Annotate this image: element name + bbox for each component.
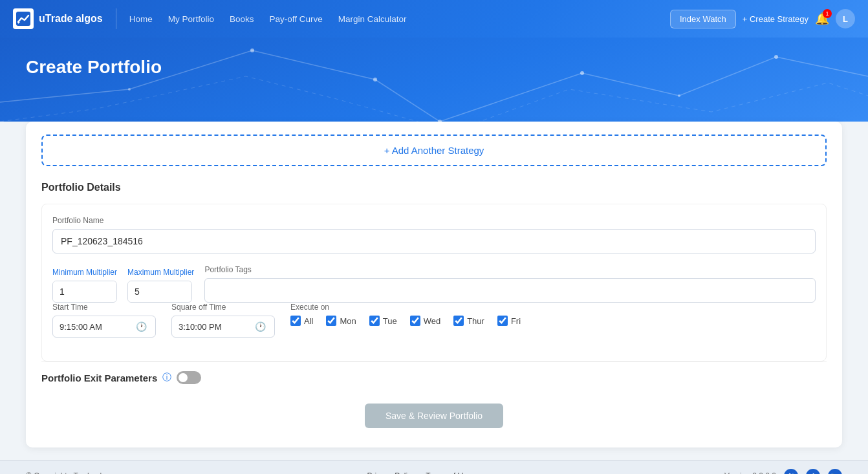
day-wed-checkbox[interactable] xyxy=(410,316,420,326)
footer-links: Privacy Policy Terms of Use xyxy=(367,471,472,474)
start-time-label: Start Time xyxy=(52,303,156,312)
max-multiplier-label: Maximum Multiplier xyxy=(127,268,194,277)
svg-point-7 xyxy=(128,88,131,91)
max-multiplier-input[interactable] xyxy=(128,281,192,302)
nav-payoff-curve[interactable]: Pay-off Curve xyxy=(270,14,323,24)
notification-badge: 1 xyxy=(823,9,832,18)
day-all-checkbox[interactable] xyxy=(290,316,301,326)
day-thur-label: Thur xyxy=(467,316,484,326)
create-strategy-button[interactable]: + Create Strategy xyxy=(743,14,808,24)
square-off-time-group: Square off Time 🕐 xyxy=(171,303,275,338)
day-wed: Wed xyxy=(410,316,441,326)
svg-point-8 xyxy=(678,94,680,97)
day-thur-checkbox[interactable] xyxy=(453,316,464,326)
footer: © Copyright uTrade algos Privacy Policy … xyxy=(0,460,868,474)
version-text: Version 3.0.0.0 xyxy=(724,471,776,474)
portfolio-tags-label: Portfolio Tags xyxy=(204,265,816,274)
timing-row: Start Time 🕐 Square off Time 🕐 Execute o… xyxy=(52,303,816,338)
square-off-clock-icon: 🕐 xyxy=(255,321,266,332)
logo-text: uTrade algos xyxy=(39,13,103,25)
max-multiplier-group: Maximum Multiplier ▲ ▼ xyxy=(127,268,194,303)
day-all-label: All xyxy=(304,316,313,326)
max-multiplier-stepper: ▲ ▼ xyxy=(127,281,192,303)
avatar[interactable]: L xyxy=(836,9,855,28)
logo-icon xyxy=(13,8,34,29)
portfolio-name-input[interactable] xyxy=(52,229,816,253)
nav-home[interactable]: Home xyxy=(129,14,153,24)
exit-params-toggle[interactable] xyxy=(177,371,201,384)
start-time-group: Start Time 🕐 xyxy=(52,303,156,338)
day-mon-label: Mon xyxy=(340,316,356,326)
day-fri-label: Fri xyxy=(511,316,521,326)
portfolio-tags-group: Portfolio Tags xyxy=(204,265,816,303)
svg-point-2 xyxy=(250,48,254,52)
footer-copyright: © Copyright uTrade algos xyxy=(26,471,114,474)
min-multiplier-input[interactable] xyxy=(53,281,117,302)
start-time-clock-icon: 🕐 xyxy=(136,321,147,332)
navbar-right: Index Watch + Create Strategy 🔔 1 L xyxy=(670,9,855,28)
multiplier-tags-row: Minimum Multiplier ▲ ▼ Maximum Multiplie… xyxy=(52,265,816,303)
portfolio-tags-input[interactable] xyxy=(204,278,816,303)
instagram-icon[interactable]: 📷 xyxy=(828,469,842,474)
day-tue-label: Tue xyxy=(383,316,397,326)
min-multiplier-stepper: ▲ ▼ xyxy=(52,281,117,303)
day-tue: Tue xyxy=(369,316,397,326)
min-multiplier-label: Minimum Multiplier xyxy=(52,268,117,277)
execute-on-label: Execute on xyxy=(290,303,521,312)
index-watch-button[interactable]: Index Watch xyxy=(670,10,736,28)
main-content: + Add Another Strategy Portfolio Details… xyxy=(0,122,868,460)
nav-my-portfolio[interactable]: My Portfolio xyxy=(168,14,214,24)
day-fri-checkbox[interactable] xyxy=(497,316,508,326)
portfolio-name-label: Portfolio Name xyxy=(52,216,816,225)
day-all: All xyxy=(290,316,313,326)
start-time-input[interactable] xyxy=(60,322,131,332)
footer-right: Version 3.0.0.0 𝕏 f 📷 xyxy=(724,469,842,474)
day-wed-label: Wed xyxy=(424,316,441,326)
nav-margin-calculator[interactable]: Margin Calculator xyxy=(338,14,407,24)
nav-books[interactable]: Books xyxy=(230,14,254,24)
days-row: All Mon Tue Wed xyxy=(290,316,521,326)
portfolio-details-title: Portfolio Details xyxy=(41,182,827,193)
exit-params-title: Portfolio Exit Parameters xyxy=(41,372,157,383)
twitter-icon[interactable]: 𝕏 xyxy=(784,469,798,474)
terms-link[interactable]: Terms of Use xyxy=(426,471,472,474)
square-off-wrapper: 🕐 xyxy=(171,316,275,338)
portfolio-form: Portfolio Name Minimum Multiplier ▲ ▼ xyxy=(41,204,827,361)
svg-point-3 xyxy=(373,78,377,81)
portfolio-name-group: Portfolio Name xyxy=(52,216,816,253)
square-off-label: Square off Time xyxy=(171,303,275,312)
navbar: uTrade algos Home My Portfolio Books Pay… xyxy=(0,0,868,38)
toggle-slider xyxy=(177,371,201,384)
notification-button[interactable]: 🔔 1 xyxy=(815,12,829,26)
exit-params-section: Portfolio Exit Parameters ⓘ xyxy=(41,361,827,388)
privacy-policy-link[interactable]: Privacy Policy xyxy=(367,471,416,474)
main-card: + Add Another Strategy Portfolio Details… xyxy=(26,122,842,447)
save-btn-wrapper: Save & Review Portfolio xyxy=(41,404,827,428)
main-nav: Home My Portfolio Books Pay-off Curve Ma… xyxy=(129,14,670,24)
min-multiplier-group: Minimum Multiplier ▲ ▼ xyxy=(52,268,117,303)
day-mon: Mon xyxy=(326,316,356,326)
start-time-wrapper: 🕐 xyxy=(52,316,156,338)
day-tue-checkbox[interactable] xyxy=(369,316,380,326)
page-title: Create Portfolio xyxy=(26,57,842,78)
save-review-button[interactable]: Save & Review Portfolio xyxy=(365,404,503,428)
execute-on-group: Execute on All Mon Tue xyxy=(290,303,521,326)
square-off-input[interactable] xyxy=(179,322,250,332)
day-fri: Fri xyxy=(497,316,521,326)
add-another-strategy-button[interactable]: + Add Another Strategy xyxy=(41,135,827,166)
facebook-icon[interactable]: f xyxy=(806,469,820,474)
info-icon[interactable]: ⓘ xyxy=(162,372,171,383)
day-thur: Thur xyxy=(453,316,484,326)
day-mon-checkbox[interactable] xyxy=(326,316,336,326)
logo[interactable]: uTrade algos xyxy=(13,8,116,29)
